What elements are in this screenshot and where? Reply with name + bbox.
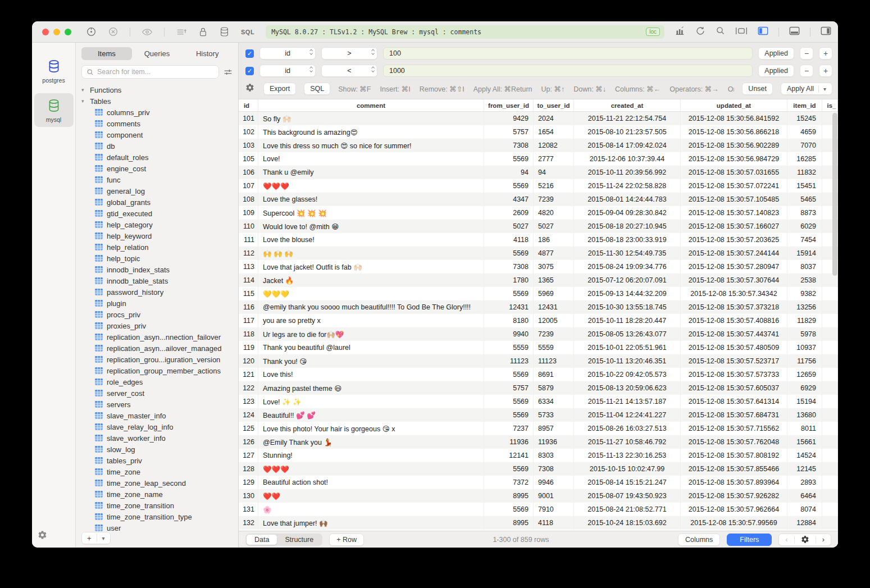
cell-comment[interactable]: 🙌 🙌 🙌 [258,247,484,260]
cell-from-user-id[interactable]: 7372 [484,476,534,489]
cell-to-user-id[interactable]: 4118 [534,516,574,530]
cell-id[interactable]: 106 [239,166,258,179]
cell-id[interactable]: 101 [239,112,258,125]
cell-item-id[interactable]: 15914 [787,247,822,260]
tab-history[interactable]: History [182,47,233,60]
cell-to-user-id[interactable]: 5879 [534,381,574,395]
filter-settings-icon[interactable] [224,68,233,76]
cell-id[interactable]: 123 [239,395,258,408]
cell-is[interactable] [822,435,838,449]
add-filter-button[interactable]: + [819,47,832,60]
cell-from-user-id[interactable]: 5569 [484,287,534,300]
cell-is[interactable] [822,422,838,435]
cell-created-at[interactable]: 2015-10-01 22:05:51.961 [574,341,681,354]
cell-from-user-id[interactable]: 8995 [484,516,534,530]
cell-comment[interactable]: 💛💛💛 [258,287,484,300]
cell-id[interactable]: 121 [239,368,258,381]
column-header-id[interactable]: id [239,99,258,111]
cell-created-at[interactable]: 2015-08-26 16:03:27.513 [574,422,681,435]
cell-created-at[interactable]: 2015-10-15 10:02:47.99 [574,462,681,476]
cell-updated-at[interactable]: 2015-12-08 15:30:57.140823 [681,206,787,220]
cell-id[interactable]: 122 [239,381,258,395]
sidebar-table-item[interactable]: role_edges [81,376,233,388]
zoom-window-button[interactable] [65,29,71,35]
cell-updated-at[interactable]: 2015-12-08 15:30:56.841592 [681,112,787,125]
cell-created-at[interactable]: 2015-08-07 19:43:50.923 [574,489,681,503]
cell-to-user-id[interactable]: 11123 [534,354,574,368]
cell-comment[interactable]: ❤️❤️ [258,489,484,503]
cell-created-at[interactable]: 2015-11-27 10:58:46.792 [574,435,681,449]
cell-item-id[interactable]: 6929 [787,381,822,395]
sidebar-table-item[interactable]: innodb_table_stats [81,275,233,286]
cell-comment[interactable]: you are so pretty x [258,314,484,327]
sidebar-table-item[interactable]: procs_priv [81,309,233,320]
cell-is[interactable] [822,516,838,530]
cell-is[interactable] [822,300,838,314]
cell-from-user-id[interactable]: 5569 [484,503,534,516]
search-input[interactable] [97,68,214,76]
cell-to-user-id[interactable]: 94 [534,166,574,179]
table-row[interactable]: 119 Thank you beautiful @laurel 5559 555… [239,341,838,354]
cell-item-id[interactable]: 6464 [787,489,822,503]
table-row[interactable]: 109 Supercool 💥 💥 💥 2609 4820 2015-09-04… [239,206,838,220]
sidebar-table-item[interactable]: innodb_index_stats [81,264,233,275]
cell-to-user-id[interactable]: 12082 [534,139,574,152]
cell-id[interactable]: 125 [239,422,258,435]
table-row[interactable]: 115 💛💛💛 5569 5969 2015-09-13 14:44:32.20… [239,287,838,300]
cell-updated-at[interactable]: 2015-12-08 15:30:57.762048 [681,435,787,449]
sidebar-table-item[interactable]: tables_priv [81,455,233,466]
sidebar-table-item[interactable]: servers [81,399,233,410]
connect-icon[interactable] [86,26,97,37]
sidebar-table-item[interactable]: plugin [81,298,233,309]
cell-from-user-id[interactable]: 5757 [484,381,534,395]
cell-id[interactable]: 102 [239,125,258,139]
cell-comment[interactable]: So fly 🙌🏻 [258,112,484,125]
sidebar-table-item[interactable]: engine_cost [81,163,233,174]
cell-from-user-id[interactable]: 1780 [484,274,534,287]
filter-value-input[interactable]: 1000 [383,65,753,77]
cell-comment[interactable]: @emily thank you soooo much beautiful!!!… [258,300,484,314]
cell-updated-at[interactable]: 2015-12-08 15:30:57.480509 [681,341,787,354]
cell-from-user-id[interactable]: 5559 [484,341,534,354]
cell-updated-at[interactable]: 2015-12-08 15:30:57.523717 [681,354,787,368]
cell-to-user-id[interactable]: 8303 [534,449,574,462]
cell-id[interactable]: 117 [239,314,258,327]
filter-operator-select[interactable]: > [321,47,377,60]
cell-from-user-id[interactable]: 9429 [484,112,534,125]
table-row[interactable]: 124 Beautiful!! 💕 💕 5569 5733 2015-11-04… [239,408,838,422]
cell-updated-at[interactable]: 2015-12-08 15:30:57.962664 [681,503,787,516]
close-window-button[interactable] [42,29,49,35]
toggle-bottom-panel-icon[interactable] [789,26,800,38]
column-header-created-at[interactable]: created_at [574,99,681,111]
search-icon[interactable] [716,26,725,38]
cell-created-at[interactable]: 2015-10-24 18:15:03.692 [574,516,681,530]
cell-from-user-id[interactable]: 5569 [484,368,534,381]
column-header-item-id[interactable]: item_id [787,99,822,111]
cell-comment[interactable]: Love that jumper! 🙌🏾 [258,516,484,530]
cell-item-id[interactable]: 7454 [787,233,822,247]
sidebar-table-item[interactable]: general_log [81,185,233,197]
disconnect-icon[interactable] [108,26,119,37]
table-row[interactable]: 129 Beautiful action shot! 7372 9946 201… [239,476,838,489]
cell-from-user-id[interactable]: 4347 [484,193,534,206]
tab-queries[interactable]: Queries [132,47,183,60]
cell-to-user-id[interactable]: 4877 [534,247,574,260]
cell-item-id[interactable]: 15451 [787,179,822,193]
cell-updated-at[interactable]: 2015-12-08 15:30:57.408816 [681,314,787,327]
add-item-button[interactable]: + [82,534,97,543]
cell-id[interactable]: 131 [239,503,258,516]
cell-id[interactable]: 112 [239,247,258,260]
table-row[interactable]: 122 Amazing pastel theme 😃 5757 5879 201… [239,381,838,395]
sidebar-table-item[interactable]: replication_asyn...ailover_managed [81,343,233,354]
cell-id[interactable]: 103 [239,139,258,152]
cell-is[interactable] [822,314,838,327]
cell-item-id[interactable]: 7070 [787,139,822,152]
cell-from-user-id[interactable]: 5569 [484,152,534,166]
cell-updated-at[interactable]: 2015-12-08 15:30:57.684731 [681,408,787,422]
cell-item-id[interactable]: 2893 [787,476,822,489]
cell-to-user-id[interactable]: 9946 [534,476,574,489]
cell-item-id[interactable]: 4659 [787,125,822,139]
cell-is[interactable] [822,489,838,503]
sidebar-table-item[interactable]: replication_group_member_actions [81,365,233,376]
sidebar-table-item[interactable]: time_zone_transition [81,500,233,511]
